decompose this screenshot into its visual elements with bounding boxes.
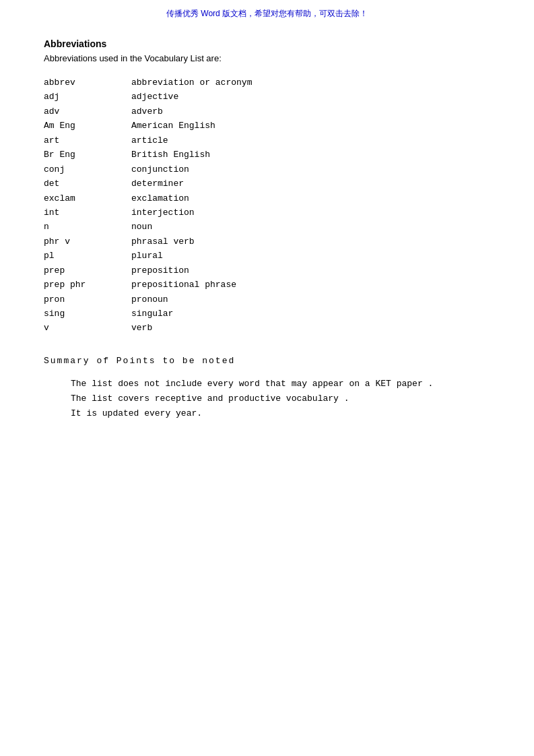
abbrev-term: adj — [44, 90, 131, 104]
abbrev-term: conj — [44, 162, 131, 177]
abbrev-term: Br Eng — [44, 148, 131, 162]
abbrev-term: prep — [44, 263, 131, 278]
table-row: Br EngBritish English — [44, 148, 490, 162]
abbrev-definition: phrasal verb — [131, 234, 195, 249]
abbrev-term: n — [44, 220, 131, 234]
table-row: plplural — [44, 249, 490, 263]
section-subtitle: Abbreviations used in the Vocabulary Lis… — [44, 53, 490, 63]
abbrev-term: pl — [44, 249, 131, 263]
table-row: advadverb — [44, 104, 490, 119]
abbrev-term: sing — [44, 307, 131, 321]
abbrev-term: Am Eng — [44, 119, 131, 133]
table-row: exclam exclamation — [44, 191, 490, 206]
table-row: detdeterminer — [44, 177, 490, 191]
abbrev-definition: noun — [131, 220, 152, 234]
list-item: It is updated every year. — [71, 406, 490, 421]
abbrev-definition: prepositional phrase — [131, 278, 236, 292]
abbrev-definition: singular — [131, 307, 173, 321]
list-item: The list covers receptive and productive… — [71, 391, 490, 406]
table-row: conjconjunction — [44, 162, 490, 177]
abbrev-definition: American English — [131, 119, 215, 133]
abbrev-definition: British English — [131, 148, 210, 162]
table-row: singsingular — [44, 307, 490, 321]
table-row: intinterjection — [44, 206, 490, 220]
banner-text: 传播优秀 Word 版文档，希望对您有帮助，可双击去除！ — [166, 9, 368, 18]
table-row: adjadjective — [44, 90, 490, 104]
abbrev-definition: article — [131, 133, 168, 148]
table-row: preppreposition — [44, 263, 490, 278]
abbreviations-table: abbrevabbreviation or acronymadjadjectiv… — [44, 75, 490, 336]
abbrev-definition: plural — [131, 249, 163, 263]
abbrev-term: exclam — [44, 191, 131, 206]
abbrev-term: int — [44, 206, 131, 220]
table-row: Am EngAmerican English — [44, 119, 490, 133]
table-row: artarticle — [44, 133, 490, 148]
table-row: prep phrprepositional phrase — [44, 278, 490, 292]
abbrev-term: adv — [44, 104, 131, 119]
list-item: The list does not include every word tha… — [71, 377, 490, 391]
section-title: Abbreviations — [44, 38, 490, 49]
summary-points: The list does not include every word tha… — [44, 377, 490, 421]
abbrev-definition: preposition — [131, 263, 189, 278]
abbrev-definition: determiner — [131, 177, 184, 191]
top-banner[interactable]: 传播优秀 Word 版文档，希望对您有帮助，可双击去除！ — [0, 0, 534, 25]
table-row: phr vphrasal verb — [44, 234, 490, 249]
abbrev-definition: abbreviation or acronym — [131, 75, 252, 90]
abbrev-definition: pronoun — [131, 292, 168, 307]
abbrev-definition: adverb — [131, 104, 163, 119]
table-row: nnoun — [44, 220, 490, 234]
table-row: pronpronoun — [44, 292, 490, 307]
table-row: vverb — [44, 321, 490, 335]
summary-title: Summary of Points to be noted — [44, 356, 490, 366]
abbrev-term: det — [44, 177, 131, 191]
abbrev-term: phr v — [44, 234, 131, 249]
abbrev-term: prep phr — [44, 278, 131, 292]
table-row: abbrevabbreviation or acronym — [44, 75, 490, 90]
main-content: Abbreviations Abbreviations used in the … — [0, 25, 534, 448]
abbrev-definition: conjunction — [131, 162, 189, 177]
abbrev-definition: exclamation — [131, 191, 189, 206]
abbrev-definition: verb — [131, 321, 152, 335]
abbrev-term: v — [44, 321, 131, 335]
abbrev-definition: interjection — [131, 206, 195, 220]
abbrev-term: pron — [44, 292, 131, 307]
abbrev-term: abbrev — [44, 75, 131, 90]
abbrev-term: art — [44, 133, 131, 148]
abbrev-definition: adjective — [131, 90, 178, 104]
